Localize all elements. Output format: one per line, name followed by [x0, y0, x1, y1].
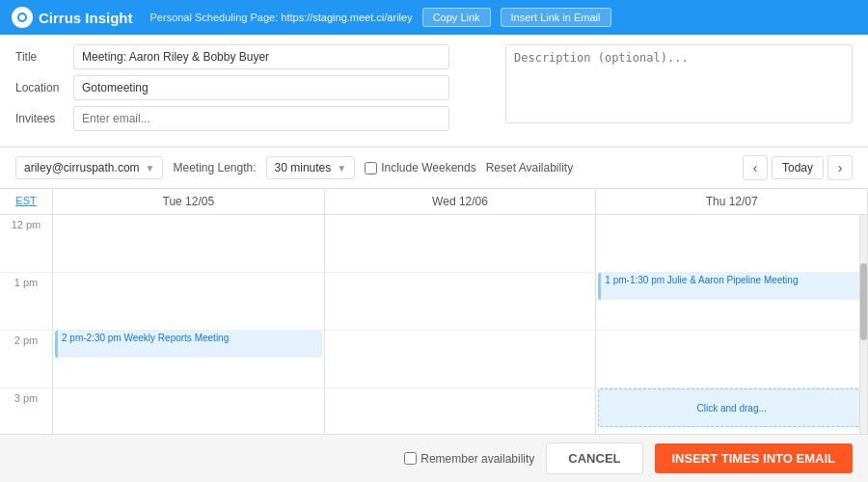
day-1-slot-1[interactable] — [325, 273, 596, 331]
invitees-input[interactable] — [73, 106, 449, 131]
controls-bar: ariley@cirruspath.com ▼ Meeting Length: … — [0, 147, 868, 189]
location-input[interactable] — [73, 75, 449, 100]
app-title: Cirrus Insight — [39, 10, 133, 26]
timezone-label[interactable]: EST — [0, 189, 53, 214]
time-slot-2pm: 2 pm — [0, 331, 52, 388]
day-header-0: Tue 12/05 — [53, 189, 325, 214]
day-0-slot-3[interactable] — [53, 388, 324, 434]
account-dropdown[interactable]: ariley@cirruspath.com ▼ — [15, 156, 163, 179]
account-value: ariley@cirruspath.com — [24, 161, 140, 174]
invitees-label: Invitees — [15, 112, 73, 125]
form-area: Title Location Invitees — [0, 35, 868, 147]
day-2-slot-2[interactable]: Click and drag... — [596, 331, 867, 388]
time-slot-1pm: 1 pm — [0, 273, 52, 331]
day-2-slot-1[interactable]: 1 pm-1:30 pm Julie & Aaron Pipeline Meet… — [596, 273, 867, 331]
scrollbar[interactable] — [859, 215, 867, 434]
remember-checkbox[interactable] — [404, 452, 417, 465]
meeting-length-value: 30 minutes — [275, 161, 332, 174]
insert-link-button[interactable]: Insert Link in Email — [501, 8, 611, 27]
title-input[interactable] — [73, 44, 449, 69]
title-label: Title — [15, 50, 73, 64]
day-2-slot-0[interactable] — [596, 215, 867, 273]
day-1-slot-3[interactable] — [325, 388, 596, 434]
reset-availability-link[interactable]: Reset Availability — [486, 161, 574, 174]
day-1-slot-2[interactable] — [325, 331, 596, 388]
scheduling-url[interactable]: https://staging.meet.ci/ariley — [281, 12, 412, 23]
title-row: Title — [15, 44, 490, 69]
calendar-header: EST Tue 12/05 Wed 12/06 Thu 12/07 — [0, 189, 868, 215]
day-0-slot-1[interactable] — [53, 273, 324, 331]
meeting-length-dropdown[interactable]: 30 minutes ▼ — [266, 156, 356, 179]
logo-icon — [12, 7, 33, 28]
day-col-1[interactable] — [325, 215, 597, 434]
app-container: Cirrus Insight Personal Scheduling Page:… — [0, 0, 868, 482]
calendar-area: EST Tue 12/05 Wed 12/06 Thu 12/07 12 pm … — [0, 189, 868, 434]
event-pipeline-meeting: 1 pm-1:30 pm Julie & Aaron Pipeline Meet… — [598, 273, 865, 300]
location-row: Location — [15, 75, 490, 100]
event-weekly-reports: 2 pm-2:30 pm Weekly Reports Meeting — [55, 331, 322, 358]
nav-controls: ‹ Today › — [743, 155, 853, 180]
scheduling-url-label: Personal Scheduling Page: https://stagin… — [150, 12, 413, 23]
time-slot-3pm: 3 pm — [0, 388, 52, 434]
day-col-2[interactable]: 1 pm-1:30 pm Julie & Aaron Pipeline Meet… — [596, 215, 868, 434]
day-0-slot-0[interactable] — [53, 215, 324, 273]
copy-link-button[interactable]: Copy Link — [422, 8, 491, 27]
include-weekends-checkbox[interactable] — [365, 162, 377, 174]
account-arrow-icon: ▼ — [146, 163, 155, 174]
meeting-length-arrow-icon: ▼ — [337, 163, 346, 174]
header: Cirrus Insight Personal Scheduling Page:… — [0, 0, 868, 35]
svg-point-1 — [19, 14, 25, 20]
insert-times-button[interactable]: INSERT TIMES INTO EMAIL — [655, 443, 854, 473]
next-button[interactable]: › — [827, 155, 853, 180]
day-header-2: Thu 12/07 — [596, 189, 868, 214]
calendar-body: 12 pm 1 pm 2 pm 3 pm 4 pm 2 pm-2:30 pm W… — [0, 215, 868, 434]
include-weekends-label[interactable]: Include Weekends — [365, 161, 476, 174]
meeting-length-label: Meeting Length: — [173, 161, 256, 174]
day-col-0[interactable]: 2 pm-2:30 pm Weekly Reports Meeting — [53, 215, 325, 434]
location-label: Location — [15, 81, 73, 94]
prev-button[interactable]: ‹ — [743, 155, 768, 180]
footer: Remember availability CANCEL INSERT TIME… — [0, 434, 868, 482]
today-button[interactable]: Today — [772, 156, 824, 179]
remember-label[interactable]: Remember availability — [15, 452, 534, 466]
invitees-row: Invitees — [15, 106, 490, 131]
day-2-slot-3[interactable] — [596, 388, 867, 434]
time-slot-12pm: 12 pm — [0, 215, 52, 273]
day-columns: 2 pm-2:30 pm Weekly Reports Meeting — [53, 215, 868, 434]
cancel-button[interactable]: CANCEL — [546, 442, 642, 474]
day-header-1: Wed 12/06 — [325, 189, 597, 214]
day-0-slot-2[interactable]: 2 pm-2:30 pm Weekly Reports Meeting — [53, 331, 324, 388]
scrollbar-thumb[interactable] — [860, 263, 867, 340]
time-column: 12 pm 1 pm 2 pm 3 pm 4 pm — [0, 215, 53, 434]
description-textarea[interactable] — [505, 44, 853, 123]
day-1-slot-0[interactable] — [325, 215, 596, 273]
logo: Cirrus Insight — [12, 7, 133, 28]
